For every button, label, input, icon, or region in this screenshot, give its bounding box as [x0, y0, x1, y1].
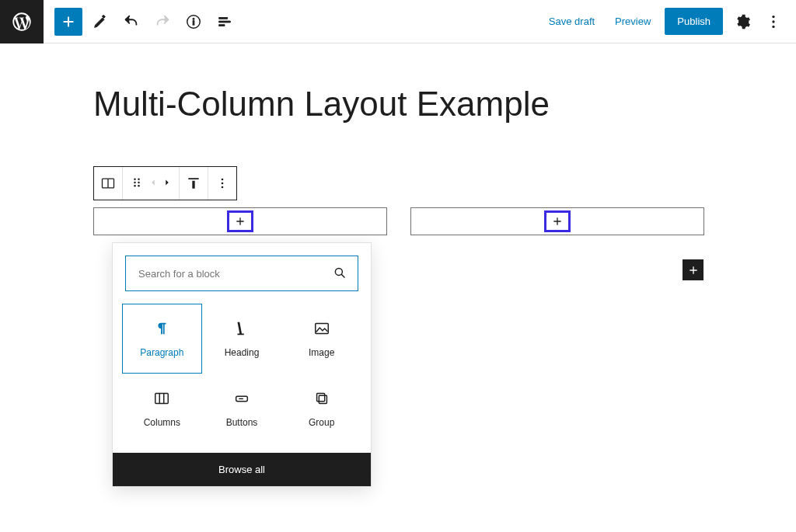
topbar-left-group: [44, 8, 238, 36]
redo-button: [149, 9, 176, 35]
block-option-label: Heading: [225, 347, 260, 358]
trailing-add-block-button[interactable]: [683, 259, 703, 280]
save-draft-button[interactable]: Save draft: [543, 11, 601, 32]
svg-point-14: [222, 179, 224, 181]
svg-point-11: [138, 181, 140, 183]
svg-point-15: [222, 183, 224, 185]
block-option-paragraph[interactable]: Paragraph: [122, 304, 202, 374]
block-option-label: Buttons: [226, 417, 258, 428]
editor-canvas: Multi-Column Layout Example: [0, 43, 796, 125]
svg-point-9: [138, 178, 140, 180]
group-icon: [313, 390, 330, 409]
block-more-options-button[interactable]: [208, 167, 236, 200]
svg-point-3: [772, 15, 774, 17]
inserter-block-grid: Paragraph Heading Image Columns Buttons …: [113, 304, 371, 453]
svg-rect-26: [316, 393, 324, 401]
details-button[interactable]: [180, 9, 207, 35]
svg-rect-20: [155, 393, 169, 403]
drag-handle-icon[interactable]: [129, 175, 145, 193]
column-2-add-block-button[interactable]: [544, 210, 571, 232]
inserter-search-input[interactable]: [137, 267, 333, 280]
wordpress-logo[interactable]: [0, 0, 44, 43]
svg-point-5: [772, 25, 774, 27]
columns-block[interactable]: [93, 207, 704, 235]
svg-point-13: [138, 184, 140, 186]
preview-button[interactable]: Preview: [609, 11, 657, 32]
publish-button[interactable]: Publish: [665, 8, 723, 35]
block-option-label: Paragraph: [140, 347, 183, 358]
buttons-icon: [233, 390, 250, 409]
align-button[interactable]: [180, 167, 208, 200]
block-option-image[interactable]: Image: [281, 304, 361, 374]
browse-all-button[interactable]: Browse all: [113, 453, 371, 486]
toggle-inserter-button[interactable]: [54, 8, 82, 36]
more-options-button[interactable]: [762, 10, 785, 33]
column-2[interactable]: [410, 207, 704, 235]
block-toolbar-move-group: [123, 167, 180, 200]
paragraph-icon: [153, 320, 170, 339]
search-icon: [333, 266, 347, 282]
block-option-columns[interactable]: Columns: [122, 374, 202, 443]
svg-point-16: [222, 186, 224, 189]
block-option-buttons[interactable]: Buttons: [202, 374, 282, 443]
block-toolbar: [93, 166, 237, 200]
undo-button[interactable]: [118, 9, 145, 35]
quick-inserter-popover: Paragraph Heading Image Columns Buttons …: [112, 242, 372, 487]
column-1-add-block-button[interactable]: [227, 210, 253, 232]
block-option-label: Group: [309, 417, 334, 428]
svg-point-12: [134, 184, 136, 186]
move-down-button[interactable]: [162, 177, 173, 190]
list-view-button[interactable]: [211, 9, 238, 35]
block-option-label: Image: [309, 347, 334, 358]
svg-point-8: [134, 178, 136, 180]
svg-point-4: [772, 20, 774, 23]
column-1[interactable]: [93, 207, 387, 235]
svg-point-1: [193, 18, 194, 19]
topbar-right-group: Save draft Preview Publish: [543, 8, 796, 35]
svg-rect-19: [315, 323, 328, 333]
post-title[interactable]: Multi-Column Layout Example: [93, 84, 796, 125]
block-type-columns-button[interactable]: [94, 167, 123, 200]
block-option-heading[interactable]: Heading: [202, 304, 282, 374]
svg-rect-25: [319, 395, 326, 403]
block-option-group[interactable]: Group: [281, 374, 361, 443]
inserter-search-wrap: [113, 243, 371, 304]
svg-rect-2: [193, 20, 194, 25]
heading-icon: [233, 320, 250, 339]
move-up-button: [148, 177, 159, 190]
settings-button[interactable]: [731, 10, 754, 33]
inserter-search[interactable]: [125, 256, 358, 291]
columns-icon: [153, 390, 170, 409]
svg-point-10: [134, 181, 136, 183]
svg-line-18: [341, 274, 344, 277]
block-option-label: Columns: [144, 417, 180, 428]
editor-topbar: Save draft Preview Publish: [0, 0, 796, 43]
tools-button[interactable]: [87, 9, 113, 35]
image-icon: [313, 320, 330, 339]
